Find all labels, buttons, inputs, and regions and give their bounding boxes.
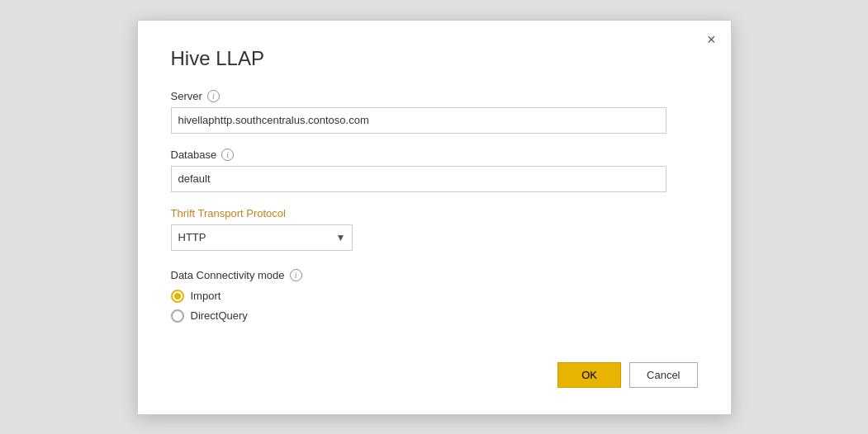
dialog-footer: OK Cancel — [171, 342, 698, 388]
database-info-icon[interactable]: i — [221, 149, 234, 161]
connectivity-title-row: Data Connectivity mode i — [171, 269, 698, 281]
thrift-field-group: Thrift Transport Protocol HTTP Binary SA… — [171, 207, 698, 251]
thrift-dropdown[interactable]: HTTP Binary SASL — [171, 224, 353, 251]
connectivity-radio-group: Import DirectQuery — [171, 290, 698, 323]
server-input[interactable] — [171, 107, 666, 134]
radio-import[interactable]: Import — [171, 290, 698, 303]
connectivity-section: Data Connectivity mode i Import DirectQu… — [171, 269, 698, 323]
ok-button[interactable]: OK — [557, 362, 621, 388]
radio-import-label: Import — [191, 290, 221, 302]
database-field-group: Database i — [171, 149, 698, 192]
database-input[interactable] — [171, 166, 666, 192]
radio-directquery-label: DirectQuery — [191, 309, 248, 322]
connectivity-label: Data Connectivity mode — [171, 269, 285, 281]
database-label-row: Database i — [171, 149, 698, 161]
server-field-group: Server i — [171, 90, 698, 134]
hive-llap-dialog: × Hive LLAP Server i Database i Thrift T… — [137, 20, 732, 415]
database-label: Database — [171, 149, 217, 161]
server-info-icon[interactable]: i — [207, 90, 220, 102]
radio-import-dot — [174, 293, 181, 300]
dialog-title: Hive LLAP — [171, 47, 698, 70]
radio-import-indicator — [171, 290, 184, 303]
connectivity-info-icon[interactable]: i — [290, 269, 302, 281]
radio-directquery[interactable]: DirectQuery — [171, 309, 698, 323]
close-button[interactable]: × — [707, 32, 716, 47]
thrift-dropdown-wrapper: HTTP Binary SASL ▼ — [171, 224, 353, 251]
radio-directquery-indicator — [171, 309, 184, 323]
server-label-row: Server i — [171, 90, 698, 102]
cancel-button[interactable]: Cancel — [629, 362, 697, 388]
server-label: Server — [171, 90, 202, 102]
thrift-label: Thrift Transport Protocol — [171, 207, 698, 219]
